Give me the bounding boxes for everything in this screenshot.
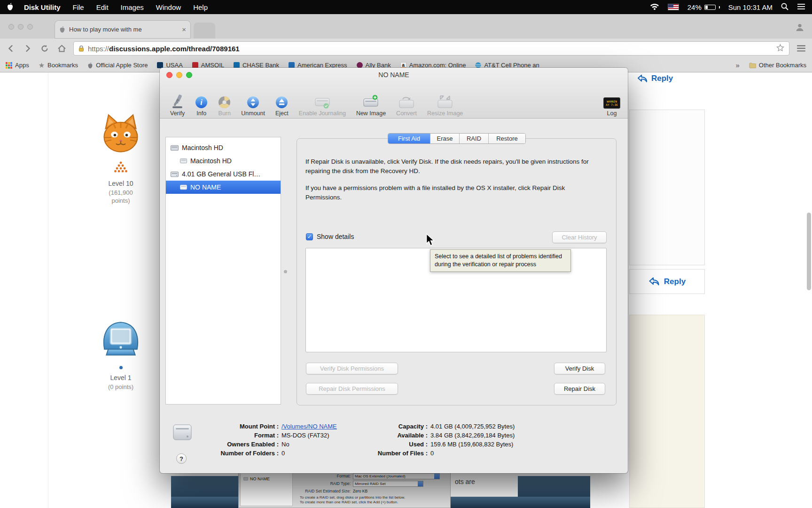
toolbar-label: Log bbox=[607, 110, 617, 117]
convert-toolbar-button[interactable]: Convert bbox=[396, 94, 417, 117]
tab-restore[interactable]: Restore bbox=[489, 134, 525, 143]
disk-utility-titlebar[interactable]: NO NAME Verify i Info bbox=[160, 68, 628, 119]
sidebar-item-no-name-volume-selected[interactable]: NO NAME bbox=[166, 181, 281, 194]
info-label: Used : bbox=[357, 440, 428, 449]
clear-history-button[interactable]: Clear History bbox=[552, 231, 607, 243]
bookmark-apple-store[interactable]: Official Apple Store bbox=[87, 62, 148, 69]
minimize-window-icon[interactable] bbox=[18, 24, 23, 30]
menubar-clock[interactable]: Sun 10:31 AM bbox=[728, 3, 773, 11]
menu-file[interactable]: File bbox=[73, 3, 84, 11]
apple-menu[interactable] bbox=[7, 2, 14, 12]
reply-link-top[interactable]: Reply bbox=[637, 74, 673, 83]
new-tab-button[interactable] bbox=[194, 23, 215, 39]
back-button[interactable] bbox=[6, 43, 16, 54]
scrollbar-thumb[interactable] bbox=[807, 213, 811, 290]
battery-indicator[interactable]: 24% bbox=[687, 3, 720, 11]
forward-button[interactable] bbox=[23, 43, 33, 54]
sidebar-item-usb-disk[interactable]: 4.01 GB General USB Fl… bbox=[166, 167, 281, 181]
verify-disk-button[interactable]: Verify Disk bbox=[554, 363, 605, 374]
profile-button[interactable] bbox=[793, 21, 806, 33]
reload-button[interactable] bbox=[39, 43, 50, 54]
bookmark-label: Bookmarks bbox=[47, 62, 78, 69]
address-bar[interactable]: https://discussions.apple.com/thread/708… bbox=[73, 41, 789, 56]
reply-button[interactable]: Reply bbox=[629, 269, 705, 294]
bookmark-star-icon[interactable] bbox=[776, 44, 784, 53]
bookmark-bookmarks[interactable]: ★Bookmarks bbox=[39, 61, 78, 70]
bookmark-label: Official Apple Store bbox=[96, 62, 148, 69]
points-badge-icon bbox=[90, 161, 151, 175]
verify-toolbar-button[interactable]: Verify bbox=[170, 94, 185, 117]
toolbar-label: Resize Image bbox=[427, 110, 463, 117]
tab-first-aid[interactable]: First Aid bbox=[388, 134, 430, 143]
menubar-app-name[interactable]: Disk Utility bbox=[24, 3, 61, 11]
unmount-toolbar-button[interactable]: Unmount bbox=[241, 94, 265, 117]
tab-erase[interactable]: Erase bbox=[430, 134, 460, 143]
stepper-icon bbox=[418, 481, 423, 486]
reply-label: Reply bbox=[664, 277, 686, 286]
apple-logo-icon bbox=[7, 2, 14, 11]
log-toolbar-button[interactable]: WARNINAY 7:36 Log bbox=[603, 94, 620, 117]
other-bookmarks[interactable]: Other Bookmarks bbox=[749, 62, 806, 69]
toolbar-label: Info bbox=[196, 110, 206, 117]
spotlight-icon[interactable] bbox=[781, 3, 789, 12]
sidebar-item-macintosh-hd-volume[interactable]: Macintosh HD bbox=[166, 154, 281, 167]
info-value: 159.6 MB (159,608,832 Bytes) bbox=[430, 440, 513, 449]
mount-point-link[interactable]: /Volumes/NO NAME bbox=[281, 422, 337, 431]
chrome-menu-icon[interactable] bbox=[796, 43, 806, 54]
info-value: 4.01 GB (4,009,725,952 Bytes) bbox=[430, 422, 515, 431]
home-button[interactable] bbox=[56, 43, 67, 54]
apps-grid-icon bbox=[6, 62, 12, 69]
input-source-flag-icon[interactable] bbox=[668, 4, 679, 10]
raid-sidebar-item: NO NAME bbox=[243, 476, 270, 481]
menu-help[interactable]: Help bbox=[193, 3, 208, 11]
new-image-toolbar-button[interactable]: New Image bbox=[356, 94, 386, 117]
info-toolbar-button[interactable]: i Info bbox=[195, 94, 208, 117]
raid-type-dropdown: Mirrored RAID Set bbox=[353, 481, 423, 487]
screen: Disk Utility File Edit Images Window Hel… bbox=[0, 0, 812, 508]
enable-journaling-toolbar-button[interactable]: Enable Journaling bbox=[299, 94, 346, 117]
notification-center-icon[interactable] bbox=[797, 3, 805, 11]
wifi-icon[interactable] bbox=[650, 3, 659, 12]
burn-toolbar-button[interactable]: Burn bbox=[218, 94, 231, 117]
microscope-icon bbox=[171, 94, 185, 109]
repair-disk-permissions-button[interactable]: Repair Disk Permissions bbox=[306, 383, 398, 395]
splitter-handle[interactable] bbox=[284, 270, 287, 273]
avatar bbox=[98, 112, 143, 155]
toolbar-label: Convert bbox=[396, 110, 417, 117]
verify-disk-permissions-button[interactable]: Verify Disk Permissions bbox=[306, 363, 398, 374]
bookmark-apps[interactable]: Apps bbox=[6, 62, 29, 69]
menu-images[interactable]: Images bbox=[121, 3, 144, 11]
window-controls[interactable] bbox=[8, 24, 33, 30]
zoom-window-icon[interactable] bbox=[27, 24, 33, 30]
repair-disk-button[interactable]: Repair Disk bbox=[554, 383, 605, 395]
menu-window[interactable]: Window bbox=[156, 3, 181, 11]
show-details-control[interactable]: ✓ Show details bbox=[306, 233, 354, 240]
eject-toolbar-button[interactable]: Eject bbox=[275, 94, 289, 117]
browser-tab[interactable]: How to play movie with me × bbox=[55, 20, 191, 39]
reply-label: Reply bbox=[651, 74, 673, 83]
info-label: Available : bbox=[357, 431, 428, 440]
bookmarks-overflow-chevron[interactable]: » bbox=[736, 61, 740, 69]
tab-raid[interactable]: RAID bbox=[460, 134, 489, 143]
toolbar-label: New Image bbox=[356, 110, 386, 117]
show-details-label: Show details bbox=[317, 233, 354, 240]
show-details-checkbox[interactable]: ✓ bbox=[306, 233, 313, 240]
usb-drive-icon bbox=[171, 171, 179, 177]
help-tooltip: Select to see a detailed list of problem… bbox=[430, 249, 571, 272]
close-window-icon[interactable] bbox=[8, 24, 14, 30]
menu-edit[interactable]: Edit bbox=[96, 3, 109, 11]
toolbar-label: Enable Journaling bbox=[299, 110, 346, 117]
sidebar-item-macintosh-hd-disk[interactable]: Macintosh HD bbox=[166, 141, 281, 154]
url-path: /thread/7089161 bbox=[187, 45, 240, 53]
info-label: Capacity : bbox=[357, 422, 428, 431]
raid-instructions-line1: To create a RAID set, drag disks or part… bbox=[300, 495, 405, 500]
volume-icon bbox=[180, 158, 187, 164]
page-scrollbar[interactable] bbox=[806, 72, 811, 508]
info-label: Number of Files : bbox=[357, 449, 428, 458]
resize-image-toolbar-button[interactable]: Resize Image bbox=[427, 94, 463, 117]
burn-disc-icon bbox=[218, 94, 231, 109]
battery-icon bbox=[704, 5, 716, 10]
tab-close-icon[interactable]: × bbox=[182, 26, 186, 33]
points-badge-icon bbox=[119, 366, 123, 369]
tab-title: How to play movie with me bbox=[69, 26, 178, 33]
